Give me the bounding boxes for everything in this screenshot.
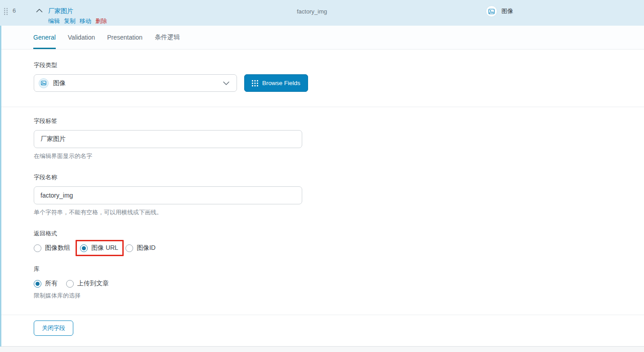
field-type-select[interactable]: 图像	[34, 74, 237, 92]
browse-fields-button[interactable]: Browse Fields	[244, 74, 308, 92]
radio-option-label: 上传到文章	[77, 280, 109, 288]
field-type-selected-value: 图像	[53, 79, 219, 87]
tab-validation[interactable]: Validation	[68, 26, 95, 49]
radio-option-label: 所有	[45, 280, 58, 288]
radio-icon[interactable]	[125, 244, 133, 252]
field-settings-content: General Validation Presentation 条件逻辑 字段类…	[0, 26, 644, 352]
close-field-button[interactable]: 关闭字段	[34, 320, 73, 336]
radio-option-image-id[interactable]: 图像ID	[125, 244, 156, 252]
field-name-header-text: factory_img	[297, 8, 369, 15]
settings-tab-bar: General Validation Presentation 条件逻辑	[0, 26, 644, 50]
field-action-links: 编辑 复制 移动 删除	[48, 17, 107, 25]
page-background-strip	[0, 347, 644, 352]
return-format-options: 图像数组 图像 URL 图像ID	[34, 244, 610, 252]
collapse-chevron-up-icon[interactable]	[24, 0, 48, 13]
open-field-accent-strip	[0, 26, 1, 347]
return-format-label: 返回格式	[34, 230, 610, 238]
library-label: 库	[34, 265, 610, 273]
radio-option-label: 图像 URL	[91, 244, 118, 252]
delete-field-link[interactable]: 删除	[95, 17, 107, 25]
drag-handle-icon[interactable]	[4, 0, 11, 15]
return-format-block: 返回格式 图像数组 图像 URL 图像ID	[34, 230, 610, 252]
field-name-help-text: 单个字符串，不能有空格，可以用横线或下画线。	[34, 208, 610, 217]
field-footer-section: 关闭字段	[0, 315, 644, 347]
field-label-input[interactable]	[34, 130, 302, 148]
browse-fields-button-label: Browse Fields	[262, 80, 300, 86]
field-order-number: 6	[11, 0, 24, 14]
tab-general[interactable]: General	[33, 26, 56, 49]
field-name-label: 字段名称	[34, 173, 610, 181]
field-type-row: 图像	[34, 74, 610, 92]
field-name-input[interactable]	[34, 186, 302, 204]
move-field-link[interactable]: 移动	[80, 17, 91, 25]
field-title-block: 厂家图片 编辑 复制 移动 删除	[48, 0, 107, 25]
field-type-section: 字段类型 图像	[0, 50, 644, 107]
field-type-header-label: 图像	[501, 7, 513, 15]
general-settings-section: 字段标签 在编辑界面显示的名字 字段名称 单个字符串，不能有空格，可以用横线或下…	[0, 107, 644, 315]
image-field-type-icon	[486, 5, 497, 17]
field-header-bar: 6 厂家图片 编辑 复制 移动 删除 factory_img	[0, 0, 644, 26]
radio-option-label: 图像数组	[45, 244, 70, 252]
field-header-left: 6 厂家图片 编辑 复制 移动 删除	[4, 0, 107, 26]
library-options: 所有 上传到文章	[34, 280, 610, 288]
library-help-text: 限制媒体库的选择	[34, 292, 610, 300]
field-type-header-group: 图像	[486, 5, 513, 17]
radio-option-label: 图像ID	[137, 244, 156, 252]
radio-option-image-array[interactable]: 图像数组	[34, 244, 70, 252]
field-label-help-text: 在编辑界面显示的名字	[34, 152, 610, 160]
field-settings-panel: 6 厂家图片 编辑 复制 移动 删除 factory_img	[0, 0, 644, 352]
tab-conditional-logic[interactable]: 条件逻辑	[155, 26, 180, 49]
radio-icon[interactable]	[66, 280, 74, 288]
field-label-block: 字段标签 在编辑界面显示的名字	[34, 117, 610, 160]
radio-icon[interactable]	[80, 244, 88, 252]
radio-option-uploaded-to-post[interactable]: 上传到文章	[66, 280, 109, 288]
radio-icon[interactable]	[34, 244, 41, 252]
chevron-down-icon	[223, 81, 229, 85]
field-title-link[interactable]: 厂家图片	[48, 7, 73, 15]
field-label-label: 字段标签	[34, 117, 610, 125]
grid-icon	[252, 80, 258, 86]
tab-presentation[interactable]: Presentation	[107, 26, 143, 49]
library-block: 库 所有 上传到文章 限制媒体库的选择	[34, 265, 610, 300]
edit-field-link[interactable]: 编辑	[48, 17, 60, 25]
duplicate-field-link[interactable]: 复制	[64, 17, 76, 25]
field-type-label: 字段类型	[34, 61, 610, 69]
radio-option-all[interactable]: 所有	[34, 280, 58, 288]
radio-icon[interactable]	[34, 280, 41, 288]
image-type-icon	[39, 78, 49, 88]
field-name-block: 字段名称 单个字符串，不能有空格，可以用横线或下画线。	[34, 173, 610, 217]
radio-option-image-url[interactable]: 图像 URL	[76, 240, 124, 256]
